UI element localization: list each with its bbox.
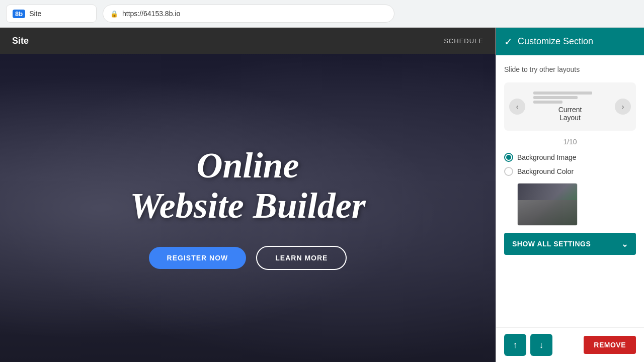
remove-button[interactable]: REMOVE	[584, 336, 636, 354]
site-nav-title: Site	[12, 36, 29, 46]
url-text: https://64153.8b.io	[122, 10, 180, 18]
layout-preview: CurrentLayout	[529, 87, 611, 126]
layout-label: CurrentLayout	[533, 106, 607, 122]
hero-title-line1: Online	[196, 145, 299, 186]
chevron-down-icon: ⌄	[621, 239, 628, 249]
register-now-button[interactable]: REGISTER NOW	[149, 247, 247, 269]
carousel-prev-button[interactable]: ‹	[509, 99, 525, 115]
bg-color-option[interactable]: Background Color	[504, 167, 636, 176]
tab-site-label: Site	[29, 10, 41, 18]
customize-panel: ✓ Customize Section Slide to try other l…	[496, 28, 644, 362]
browser-bar: 8b Site 🔒 https://64153.8b.io	[0, 0, 644, 28]
url-bar[interactable]: 🔒 https://64153.8b.io	[103, 5, 394, 23]
bg-image-radio[interactable]	[504, 153, 513, 162]
site-preview: Site SCHEDULE Online Website Builder REG…	[0, 28, 496, 362]
layout-preview-lines	[533, 92, 607, 104]
panel-body: Slide to try other layouts ‹ CurrentLayo…	[496, 55, 644, 327]
radio-group: Background Image Background Color	[504, 153, 636, 176]
radio-inner-selected	[506, 155, 511, 160]
bg-color-label: Background Color	[517, 167, 574, 175]
site-nav-menu: SCHEDULE	[444, 37, 484, 45]
move-down-button[interactable]: ↓	[530, 334, 552, 356]
site-nav: Site SCHEDULE	[0, 28, 496, 54]
learn-more-button[interactable]: LEARN MORE	[256, 246, 347, 270]
bg-image-option[interactable]: Background Image	[504, 153, 636, 162]
carousel-next-button[interactable]: ›	[615, 99, 631, 115]
hero-buttons: REGISTER NOW LEARN MORE	[149, 246, 347, 270]
move-up-button[interactable]: ↑	[504, 334, 526, 356]
show-all-settings-button[interactable]: SHOW ALL SETTINGS ⌄	[504, 233, 636, 255]
check-icon: ✓	[504, 36, 513, 48]
panel-header: ✓ Customize Section	[496, 28, 644, 55]
bg-thumb-overlay	[518, 184, 577, 225]
main-area: Site SCHEDULE Online Website Builder REG…	[0, 28, 644, 362]
lock-icon: 🔒	[110, 10, 118, 18]
hero-title: Online Website Builder	[130, 146, 366, 225]
bg-color-radio[interactable]	[504, 167, 513, 176]
hero-content: Online Website Builder REGISTER NOW LEAR…	[0, 54, 496, 362]
bg-thumbnail[interactable]	[517, 183, 578, 226]
hero-section: Online Website Builder REGISTER NOW LEAR…	[0, 54, 496, 362]
layout-counter: 1/10	[504, 138, 636, 146]
preview-line-3	[533, 101, 562, 104]
browser-tab[interactable]: 8b Site	[6, 5, 97, 23]
slide-hint: Slide to try other layouts	[504, 63, 636, 75]
show-settings-label: SHOW ALL SETTINGS	[512, 240, 591, 248]
layout-carousel: ‹ CurrentLayout ›	[504, 82, 636, 131]
panel-footer: ↑ ↓ REMOVE	[496, 327, 644, 362]
panel-title: Customize Section	[518, 36, 593, 47]
hero-title-line2: Website Builder	[130, 186, 366, 226]
logo-badge: 8b	[13, 10, 25, 18]
preview-line-2	[533, 96, 578, 99]
preview-line-1	[533, 92, 592, 95]
bg-image-label: Background Image	[517, 153, 577, 161]
